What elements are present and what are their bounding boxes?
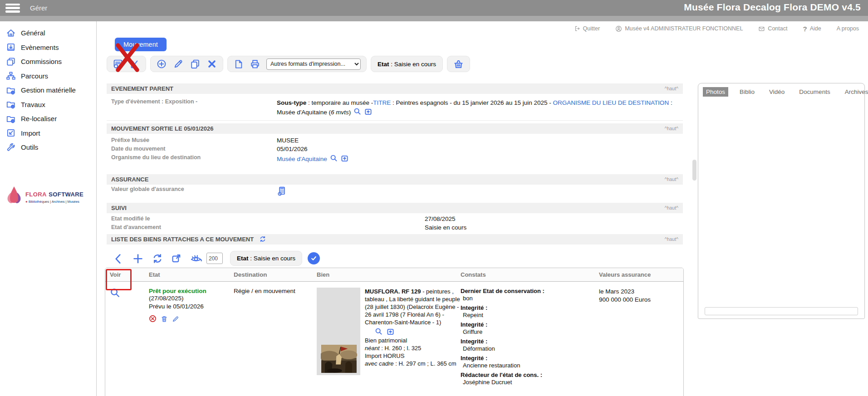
cancel-circle-icon bbox=[149, 315, 157, 323]
date-mouvement-value: 05/01/2026 bbox=[277, 146, 308, 152]
page-size-input[interactable] bbox=[206, 253, 223, 264]
etat-modifie-value: 27/08/2025 bbox=[425, 215, 456, 222]
etat-value: Saisie en cours bbox=[394, 61, 436, 68]
tab-archives[interactable]: Archives bbox=[842, 87, 868, 97]
basket-button[interactable] bbox=[453, 59, 464, 70]
haut-link[interactable]: ^haut^ bbox=[665, 174, 678, 185]
menu-label[interactable]: Gérer bbox=[30, 4, 47, 12]
organisme-destination-label: Organisme du lieu de destination bbox=[107, 154, 277, 161]
organisme-link[interactable]: ORGANISME DU LIEU DE DESTINATION bbox=[553, 99, 669, 106]
bien-patrimonial: Bien patrimonial bbox=[365, 337, 461, 344]
sidebar-item-outils[interactable]: Outils bbox=[0, 140, 96, 155]
tab-mouvement[interactable]: Mouvement bbox=[115, 38, 167, 51]
sidebar-item-label: Travaux bbox=[21, 101, 45, 108]
sidebar-item-travaux[interactable]: Travaux bbox=[0, 98, 96, 112]
eye-button[interactable] bbox=[190, 253, 202, 264]
cancel-button[interactable] bbox=[149, 315, 157, 323]
calculator-icon[interactable] bbox=[277, 186, 287, 196]
import-icon bbox=[6, 128, 16, 138]
edit-button[interactable] bbox=[173, 59, 184, 69]
confirm-button[interactable] bbox=[308, 252, 320, 264]
tab-biblio[interactable]: Biblio bbox=[736, 87, 758, 97]
voir-magnifier-button[interactable] bbox=[110, 288, 149, 298]
document-button[interactable] bbox=[233, 59, 244, 69]
contact-link[interactable]: Contact bbox=[758, 25, 787, 32]
user-account[interactable]: Musée v4 ADMINISTRATEUR FONCTIONNEL bbox=[615, 25, 743, 32]
bien-open-button[interactable] bbox=[387, 328, 394, 336]
haut-link[interactable]: ^haut^ bbox=[665, 83, 678, 94]
add-button[interactable] bbox=[156, 59, 167, 69]
aide-link[interactable]: ? Aide bbox=[803, 25, 821, 33]
etat-pill: Etat : Saisie en cours bbox=[371, 56, 443, 72]
etat-sep: : bbox=[389, 61, 394, 68]
tab-documents[interactable]: Documents bbox=[796, 87, 833, 97]
cut-button[interactable] bbox=[129, 59, 140, 69]
suivi-fields: Etat modifié le 27/08/2025 Etat d'avance… bbox=[107, 215, 683, 232]
haut-link[interactable]: ^haut^ bbox=[665, 203, 678, 213]
field-row: Etat modifié le 27/08/2025 bbox=[107, 215, 683, 224]
haut-link[interactable]: ^haut^ bbox=[665, 123, 678, 134]
bien-magnifier-button[interactable] bbox=[375, 328, 383, 336]
sidebar-item-parcours[interactable]: Parcours bbox=[0, 69, 96, 83]
sidebar-item-relocaliser[interactable]: Re-localiser bbox=[0, 112, 96, 126]
folder-globe-icon bbox=[6, 114, 16, 124]
folder-globe-icon bbox=[6, 99, 16, 109]
back-button[interactable] bbox=[113, 253, 124, 264]
status-date: (27/08/2025) bbox=[149, 294, 234, 303]
folder-globe-icon bbox=[6, 85, 16, 95]
search-form-button[interactable] bbox=[113, 59, 123, 69]
magnifier-icon[interactable] bbox=[330, 154, 338, 162]
copy-button[interactable] bbox=[190, 59, 201, 69]
panel-collapse-handle[interactable] bbox=[692, 160, 696, 181]
print-button[interactable] bbox=[250, 59, 260, 69]
haut-link[interactable]: ^haut^ bbox=[665, 234, 678, 244]
mouvement-fields: Préfixe Musée MUSEE Date du mouvement 05… bbox=[107, 137, 683, 163]
prefixe-musee-value: MUSEE bbox=[277, 137, 299, 144]
quitter-link[interactable]: Quitter bbox=[574, 25, 600, 32]
apropos-link[interactable]: A propos bbox=[837, 25, 859, 32]
tab-video[interactable]: Vidéo bbox=[766, 87, 788, 97]
add-bien-button[interactable] bbox=[132, 253, 144, 264]
col-destination: Destination bbox=[234, 271, 317, 278]
tab-photos[interactable]: Photos bbox=[703, 87, 728, 97]
hamburger-menu-icon[interactable] bbox=[5, 4, 20, 13]
table-header: Voir Etat Destination Bien Constats Vale… bbox=[105, 268, 683, 282]
edit-row-button[interactable] bbox=[172, 315, 179, 323]
print-format-select[interactable]: Autres formats d'impression... bbox=[266, 59, 361, 70]
trash-button[interactable] bbox=[161, 315, 168, 323]
table-row: Prêt pour exécution (27/08/2025) Prévu l… bbox=[105, 282, 683, 388]
status-prevu: Prévu le 05/01/2026 bbox=[149, 303, 234, 311]
media-panel-scroll-strip[interactable] bbox=[705, 307, 858, 315]
section-evenement-parent: EVENEMENT PARENT ^haut^ bbox=[107, 83, 683, 94]
wrench-icon bbox=[6, 142, 16, 152]
field-row: Préfixe Musée MUSEE bbox=[107, 137, 683, 146]
add-circle-icon bbox=[156, 59, 167, 69]
sidebar-item-gestion-materielle[interactable]: Gestion matérielle bbox=[0, 83, 96, 98]
open-window-icon[interactable] bbox=[341, 155, 348, 162]
col-etat: Etat bbox=[149, 271, 234, 278]
valeur-assurance-label: Valeur globale d'assurance bbox=[107, 186, 277, 192]
refresh-icon[interactable] bbox=[259, 235, 266, 243]
open-window-icon[interactable] bbox=[364, 108, 372, 116]
sidebar-item-commissions[interactable]: Commissions bbox=[0, 54, 96, 69]
sidebar-item-general[interactable]: Général bbox=[0, 26, 96, 40]
sidebar-item-import[interactable]: Import bbox=[0, 126, 96, 141]
section-title: SUIVI bbox=[111, 205, 127, 211]
assurance-row: Valeur globale d'assurance bbox=[107, 186, 683, 196]
brand-flora: FLORA bbox=[25, 191, 47, 198]
bien-thumbnail[interactable] bbox=[317, 288, 362, 375]
titre-link[interactable]: TITRE bbox=[373, 99, 391, 106]
etat-label: Etat bbox=[237, 255, 249, 262]
utility-bar: Quitter Musée v4 ADMINISTRATEUR FONCTION… bbox=[97, 23, 868, 34]
basket-group bbox=[447, 56, 470, 72]
constats-cell: Dernier Etat de conservation :bon Integr… bbox=[461, 288, 599, 388]
delete-button[interactable] bbox=[206, 59, 217, 69]
open-external-button[interactable] bbox=[171, 253, 182, 264]
evenement-parent-value: Sous-type : temporaire au musée -TITRE :… bbox=[277, 98, 682, 117]
recycle-button[interactable] bbox=[152, 253, 163, 264]
organisme-destination-link[interactable]: Musée d'Aquitaine bbox=[277, 156, 327, 162]
magnifier-icon[interactable] bbox=[353, 108, 362, 116]
dim-value: : H. 260 ; l. 325 bbox=[380, 345, 422, 352]
valeur-montant: 900 000 000 Euros bbox=[599, 296, 676, 304]
sidebar-item-evenements[interactable]: Evènements bbox=[0, 40, 96, 55]
